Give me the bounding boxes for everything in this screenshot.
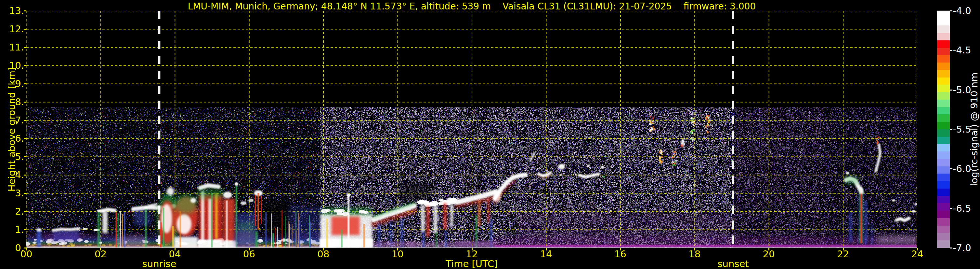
- colorbar-tick-label: -4.0: [953, 5, 980, 16]
- x-tick-mark: [620, 248, 621, 250]
- x-tick-mark: [397, 248, 398, 250]
- y-tick-label: 1.: [0, 224, 24, 235]
- y-tick-mark: [24, 120, 26, 121]
- y-tick-label: 11.: [0, 42, 24, 53]
- x-tick-mark: [100, 248, 101, 250]
- y-tick-mark: [24, 10, 26, 11]
- x-tick-mark: [249, 248, 250, 250]
- y-tick-label: 12.: [0, 23, 24, 35]
- x-tick-mark: [843, 248, 844, 250]
- colorbar-tick-mark: [950, 208, 952, 209]
- y-tick-mark: [24, 29, 26, 30]
- y-tick-mark: [24, 211, 26, 212]
- y-tick-mark: [24, 175, 26, 176]
- x-tick-mark: [694, 248, 695, 250]
- y-tick-label: 4.: [0, 169, 24, 181]
- y-tick-label: 8.: [0, 96, 24, 108]
- y-tick-mark: [24, 156, 26, 157]
- x-tick-mark: [323, 248, 324, 250]
- colorbar-tick-mark: [950, 248, 952, 248]
- y-tick-mark: [24, 102, 26, 102]
- y-tick-label: 13.: [0, 5, 24, 17]
- y-tick-label: 9.: [0, 78, 24, 90]
- colorbar-tick-mark: [950, 90, 952, 91]
- colorbar-tick-mark: [950, 50, 952, 51]
- y-tick-mark: [24, 193, 26, 194]
- x-tick-mark: [917, 248, 918, 250]
- y-tick-label: 7.: [0, 114, 24, 126]
- x-axis-label: Time [UTC]: [26, 258, 917, 269]
- y-tick-label: 2.: [0, 205, 24, 217]
- colorbar: [937, 11, 950, 248]
- y-tick-mark: [24, 65, 26, 66]
- heatmap-canvas: [26, 11, 917, 248]
- colorbar-tick-label: -7.0: [953, 242, 980, 253]
- y-tick-mark: [24, 248, 26, 248]
- colorbar-tick-mark: [950, 129, 952, 130]
- x-tick-mark: [768, 248, 769, 250]
- y-tick-mark: [24, 229, 26, 230]
- y-tick-mark: [24, 47, 26, 48]
- y-tick-label: 6.: [0, 133, 24, 144]
- colorbar-tick-label: -6.5: [953, 203, 980, 214]
- x-tick-mark: [175, 248, 175, 250]
- y-tick-label: 3.: [0, 187, 24, 199]
- y-tick-mark: [24, 138, 26, 139]
- plot-title: LMU-MIM, Munich, Germany; 48.148° N 11.5…: [26, 1, 917, 12]
- x-tick-mark: [472, 248, 473, 250]
- y-tick-mark: [24, 83, 26, 84]
- colorbar-label: log(rc-signal) @ 910 nm: [969, 73, 980, 186]
- x-tick-mark: [546, 248, 547, 250]
- colorbar-tick-mark: [950, 168, 952, 169]
- y-tick-label: 5.: [0, 151, 24, 163]
- colorbar-tick-label: -4.5: [953, 45, 980, 56]
- y-tick-label: 10.: [0, 59, 24, 71]
- colorbar-tick-mark: [950, 10, 952, 11]
- ceilometer-quicklook-page: LMU-MIM, Munich, Germany; 48.148° N 11.5…: [0, 0, 980, 269]
